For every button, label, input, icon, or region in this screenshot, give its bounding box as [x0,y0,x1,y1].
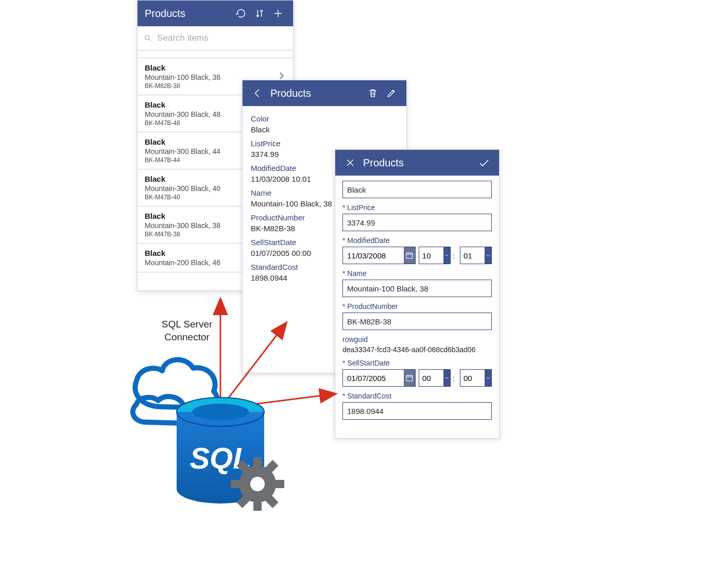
svg-rect-1 [406,253,413,258]
detail-color-label: Color [251,114,398,123]
calendar-icon[interactable] [404,247,415,264]
close-icon[interactable] [342,155,358,170]
search-icon [144,33,152,43]
connector-label-line2: Connector [164,332,210,342]
svg-rect-2 [406,375,413,381]
edit-modifieddate-hour-input[interactable] [419,247,443,264]
connector-label: SQL Server Connector [156,318,218,343]
edit-modifieddate-date[interactable] [342,247,416,264]
edit-rowguid-value: dea33347-fcd3-4346-aa0f-068cd6b3ad06 [342,345,492,354]
refresh-icon[interactable] [233,6,249,21]
svg-point-7 [177,397,264,426]
edit-productnumber-input[interactable] [342,313,492,330]
svg-point-19 [250,477,265,491]
search-input[interactable] [152,32,287,44]
list-titlebar: Products [138,1,293,26]
edit-sellstartdate-hour-input[interactable] [419,370,443,386]
delete-icon[interactable] [365,85,381,101]
edit-sellstartdate-date-input[interactable] [343,370,404,386]
svg-line-6 [220,394,335,408]
chevron-down-icon[interactable] [443,247,450,264]
list-title: Products [145,8,185,20]
edit-modifieddate-label: ModifiedDate [342,236,492,245]
gear-icon [231,457,284,511]
edit-sellstartdate-date[interactable] [342,369,416,387]
edit-listprice-label: ListPrice [342,203,492,212]
svg-rect-15 [265,460,278,473]
edit-modifieddate-row: : [342,247,492,264]
edit-sellstartdate-min-input[interactable] [460,370,485,386]
svg-point-0 [145,36,149,40]
add-icon[interactable] [270,6,286,21]
edit-rowguid-label: rowguid [342,335,492,343]
edit-titlebar: Products [335,150,499,176]
list-item-color: Black [145,63,277,72]
sql-logo-text: SQL [190,441,251,475]
edit-name-label: Name [342,269,492,278]
svg-point-9 [192,404,249,420]
edit-sellstartdate-min[interactable] [460,369,492,387]
sort-icon[interactable] [252,6,267,21]
time-colon: : [451,247,457,264]
edit-modifieddate-min-input[interactable] [460,247,485,264]
edit-listprice-input[interactable] [342,214,492,231]
products-edit-panel: Products ListPrice ModifiedDate : N [335,149,500,439]
edit-sellstartdate-row: : [342,369,492,387]
edit-title: Products [363,157,404,169]
edit-icon[interactable] [384,85,399,101]
time-colon: : [451,369,457,387]
svg-rect-13 [231,480,241,488]
edit-color-input[interactable] [342,181,492,198]
edit-modifieddate-hour[interactable] [419,247,451,264]
edit-modifieddate-date-input[interactable] [343,247,404,264]
detail-title: Products [270,88,311,99]
cloud-icon [133,360,217,423]
chevron-down-icon[interactable] [485,247,491,264]
edit-standardcost-label: StandardCost [342,392,492,400]
edit-modifieddate-min[interactable] [460,247,492,264]
detail-color-value: Black [251,125,398,134]
svg-point-8 [177,397,264,426]
detail-titlebar: Products [243,80,406,106]
svg-rect-17 [236,460,249,473]
confirm-icon[interactable] [476,155,492,170]
calendar-icon[interactable] [404,370,415,386]
detail-listprice-label: ListPrice [251,139,398,148]
edit-sellstartdate-label: SellStartDate [342,359,492,367]
svg-rect-12 [253,500,262,511]
svg-point-10 [239,465,276,503]
edit-name-input[interactable] [342,280,492,297]
chevron-down-icon[interactable] [443,370,450,386]
connector-label-line1: SQL Server [162,319,213,330]
database-icon: SQL [177,397,264,504]
edit-productnumber-label: ProductNumber [342,302,492,310]
edit-body: ListPrice ModifiedDate : Name ProductNum… [335,176,499,427]
edit-sellstartdate-hour[interactable] [419,369,451,387]
svg-rect-16 [236,495,249,508]
svg-rect-18 [265,495,278,508]
list-header-spacer [138,50,293,58]
edit-standardcost-input[interactable] [342,402,492,420]
svg-rect-14 [274,480,284,488]
search-box[interactable] [138,26,293,50]
svg-rect-11 [253,457,262,468]
back-icon[interactable] [250,85,265,101]
chevron-down-icon[interactable] [485,370,491,386]
